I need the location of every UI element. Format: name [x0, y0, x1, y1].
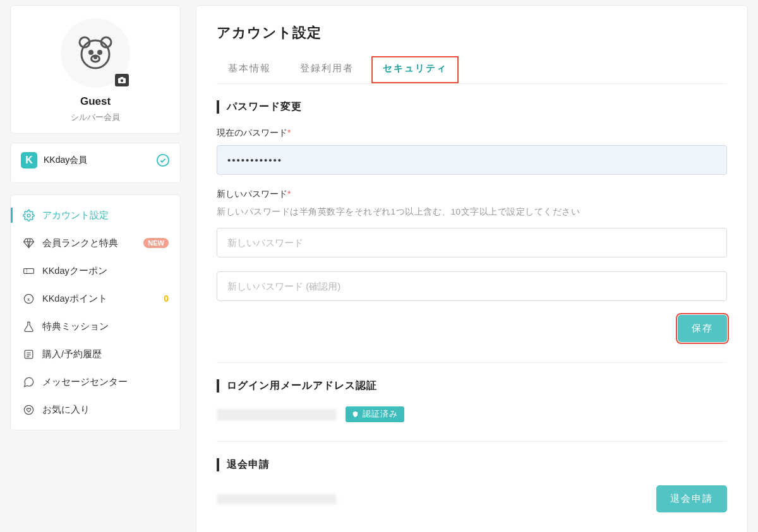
- member-card-title: KKday会員: [44, 155, 150, 166]
- tab-registered-users[interactable]: 登録利用者: [289, 56, 365, 83]
- svg-point-11: [27, 214, 30, 217]
- kkday-logo-icon: K: [21, 152, 37, 168]
- page-title: アカウント設定: [217, 23, 727, 42]
- current-password-label: 現在のパスワード*: [217, 127, 727, 139]
- sidebar: Guest シルバー会員 K KKday会員 アカウント設定 会員ランクと特典: [10, 5, 181, 532]
- email-address-blurred: [217, 409, 337, 420]
- sidebar-item-messages[interactable]: メッセージセンター: [11, 368, 180, 396]
- svg-point-4: [99, 51, 102, 54]
- withdrawal-text-blurred: [217, 494, 337, 504]
- required-mark: *: [287, 127, 291, 138]
- camera-icon[interactable]: [115, 74, 129, 86]
- new-password-label: 新しいパスワード*: [217, 189, 727, 200]
- required-mark: *: [287, 189, 291, 199]
- withdrawal-heading: 退会申請: [217, 458, 727, 471]
- sidebar-item-label: 特典ミッション: [42, 321, 169, 333]
- tab-basic-info[interactable]: 基本情報: [217, 56, 282, 83]
- gear-icon: [22, 209, 35, 222]
- shield-icon: [352, 410, 359, 418]
- sidebar-item-rank-benefits[interactable]: 会員ランクと特典 NEW: [11, 229, 180, 257]
- withdrawal-row: 退会申請: [217, 485, 727, 512]
- sidebar-item-points[interactable]: k KKdayポイント 0: [11, 285, 180, 312]
- coin-icon: k: [22, 292, 35, 305]
- sidebar-nav: アカウント設定 会員ランクと特典 NEW KKdayクーポン k KKdayポイ: [10, 194, 181, 430]
- tab-security[interactable]: セキュリティ: [371, 56, 459, 83]
- svg-text:k: k: [27, 296, 30, 302]
- member-tier: シルバー会員: [21, 112, 170, 123]
- member-card[interactable]: K KKday会員: [10, 143, 181, 183]
- svg-rect-8: [121, 77, 124, 78]
- sidebar-item-label: 会員ランクと特典: [42, 237, 136, 249]
- new-password-label-text: 新しいパスワード: [217, 189, 287, 199]
- withdrawal-button[interactable]: 退会申請: [656, 485, 727, 512]
- sidebar-item-missions[interactable]: 特典ミッション: [11, 312, 180, 340]
- sidebar-item-favorites[interactable]: お気に入り: [11, 396, 180, 423]
- svg-point-3: [90, 51, 93, 54]
- sidebar-item-label: 購入/予約履歴: [42, 348, 169, 360]
- divider: [217, 362, 727, 363]
- diamond-icon: [22, 237, 35, 249]
- verified-label: 認証済み: [363, 409, 398, 420]
- new-password-input[interactable]: [217, 228, 727, 257]
- current-password-label-text: 現在のパスワード: [217, 127, 287, 138]
- list-icon: [22, 348, 35, 360]
- username: Guest: [21, 95, 170, 108]
- sidebar-item-label: アカウント設定: [42, 210, 169, 222]
- email-row: 認証済み: [217, 406, 727, 422]
- password-heading: パスワード変更: [217, 100, 727, 114]
- confirm-password-input[interactable]: [217, 271, 727, 301]
- save-button-row: 保存: [217, 315, 727, 342]
- current-password-input[interactable]: [217, 145, 727, 175]
- sidebar-item-coupons[interactable]: KKdayクーポン: [11, 257, 180, 285]
- verified-badge: 認証済み: [346, 406, 404, 422]
- save-button[interactable]: 保存: [678, 315, 727, 342]
- svg-point-9: [121, 80, 123, 82]
- avatar[interactable]: [61, 18, 130, 88]
- tabs: 基本情報 登録利用者 セキュリティ: [217, 56, 727, 84]
- main-content: アカウント設定 基本情報 登録利用者 セキュリティ パスワード変更 現在のパスワ…: [196, 5, 748, 532]
- svg-rect-12: [23, 268, 33, 273]
- points-value: 0: [164, 293, 169, 304]
- sidebar-item-label: メッセージセンター: [42, 376, 169, 388]
- ticket-icon: [22, 264, 35, 277]
- svg-point-10: [157, 155, 169, 166]
- chat-icon: [22, 375, 35, 388]
- svg-point-0: [81, 40, 109, 68]
- divider: [217, 441, 727, 442]
- sidebar-item-label: KKdayポイント: [42, 293, 156, 305]
- sidebar-item-label: お気に入り: [42, 404, 169, 416]
- email-heading: ログイン用メールアドレス認証: [217, 379, 727, 393]
- svg-point-16: [24, 405, 33, 414]
- sidebar-item-account-settings[interactable]: アカウント設定: [11, 201, 180, 229]
- sidebar-item-label: KKdayクーポン: [42, 265, 169, 277]
- flask-icon: [22, 320, 35, 333]
- new-badge: NEW: [143, 238, 169, 248]
- sidebar-item-orders[interactable]: 購入/予約履歴: [11, 340, 180, 368]
- svg-point-6: [95, 57, 97, 59]
- bear-icon: [75, 33, 116, 73]
- heart-icon: [22, 403, 35, 416]
- profile-card: Guest シルバー会員: [10, 5, 181, 134]
- password-helper-text: 新しいパスワードは半角英数字をそれぞれ1つ以上含む、10文字以上で設定してくださ…: [217, 206, 727, 218]
- check-circle-icon: [156, 153, 170, 167]
